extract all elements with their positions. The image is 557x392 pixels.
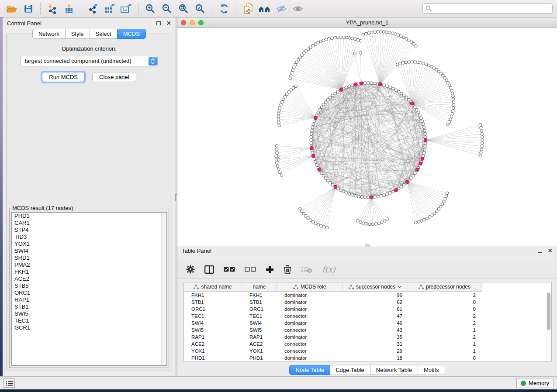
network-window-titlebar[interactable]: YPA_prune.txt_1: [177, 17, 557, 28]
function-builder-icon[interactable]: f(x): [322, 265, 336, 274]
result-node[interactable]: PHD1: [12, 213, 166, 220]
result-node[interactable]: TID3: [12, 234, 166, 241]
table-cell: SWI4: [242, 320, 277, 327]
control-panel-tabs: NetworkStyleSelectMCDS: [3, 29, 176, 39]
table-body: FKH1FKH1dominator962STB1STB1dominator620…: [184, 292, 551, 361]
column-header-predecessor-nodes[interactable]: predecessor nodes: [408, 282, 481, 291]
import-table-icon[interactable]: [62, 2, 76, 15]
run-mcds-button[interactable]: Run MCDS: [42, 72, 85, 82]
result-node[interactable]: ORC1: [12, 289, 166, 296]
tab-network-table[interactable]: Network Table: [370, 365, 418, 375]
table-row[interactable]: ACE2ACE2connector311: [184, 340, 551, 347]
memory-button[interactable]: Memory: [516, 378, 554, 388]
table-row[interactable]: STB1STB1dominator620: [184, 299, 551, 306]
close-table-panel-icon[interactable]: ✕: [547, 248, 553, 254]
delete-table-icon[interactable]: [301, 266, 312, 273]
column-header-name[interactable]: name: [242, 282, 277, 291]
table-cell: 29: [343, 347, 408, 354]
import-network-icon[interactable]: [45, 2, 60, 15]
table-row[interactable]: ORC1ORC1dominator610: [184, 306, 551, 313]
result-node[interactable]: SWI5: [12, 310, 166, 317]
memory-status-icon: [521, 381, 526, 386]
refresh-view-icon[interactable]: [217, 2, 232, 15]
table-cell: 2: [408, 313, 481, 320]
zoom-selected-icon[interactable]: [193, 2, 208, 15]
result-node[interactable]: TEC1: [12, 317, 166, 324]
result-node[interactable]: PMA2: [12, 261, 166, 268]
tab-select[interactable]: Select: [90, 29, 118, 39]
float-panel-icon[interactable]: [156, 21, 161, 25]
result-node[interactable]: YOX1: [12, 241, 166, 248]
table-cell: 31: [343, 340, 408, 347]
result-node[interactable]: STB5: [12, 282, 166, 289]
table-row[interactable]: SWI4SWI4dominator462: [184, 320, 551, 327]
table-row[interactable]: FKH1FKH1dominator962: [184, 292, 551, 299]
export-image-icon[interactable]: [119, 2, 134, 15]
add-column-icon[interactable]: [266, 265, 274, 274]
table-row[interactable]: RAP1RAP1dominator352: [184, 334, 551, 340]
mcds-result-group: MCDS result (17 nodes) PHD1CAR1STP4TID3Y…: [9, 205, 169, 368]
column-header-MCDS-role[interactable]: MCDS role: [277, 282, 343, 291]
save-session-icon[interactable]: [21, 2, 36, 15]
float-table-panel-icon[interactable]: [538, 249, 542, 253]
table-scrollbar-thumb[interactable]: [547, 293, 550, 330]
result-node[interactable]: GCR1: [12, 324, 166, 331]
result-node[interactable]: CAR1: [12, 220, 166, 227]
deselect-all-icon[interactable]: [245, 267, 256, 272]
tab-mcds[interactable]: MCDS: [117, 29, 146, 39]
tab-node-table[interactable]: Node Table: [289, 365, 330, 375]
criterion-select[interactable]: largest connected component (undirected): [21, 56, 158, 66]
table-cell: RAP1: [242, 334, 277, 340]
table-settings-icon[interactable]: [186, 265, 195, 274]
show-all-icon[interactable]: [291, 2, 305, 15]
select-all-icon[interactable]: [224, 267, 235, 272]
table-cell: 2: [408, 292, 481, 299]
export-network-icon[interactable]: [86, 2, 100, 15]
table-row[interactable]: SWI5SWI5connector431: [184, 327, 551, 334]
tab-edge-table[interactable]: Edge Table: [330, 365, 370, 375]
toolbar-separator: [40, 3, 41, 14]
result-list-scrollbar[interactable]: [161, 213, 166, 365]
open-file-icon[interactable]: [4, 2, 19, 15]
table-row[interactable]: TEC1TEC1connector472: [184, 313, 551, 320]
minimize-window-icon[interactable]: [190, 20, 195, 25]
duplicate-network-icon[interactable]: [241, 2, 256, 15]
search-input[interactable]: [422, 3, 553, 14]
result-node[interactable]: STP4: [12, 227, 166, 234]
result-node[interactable]: RAP1: [12, 296, 166, 303]
task-history-icon[interactable]: [3, 378, 15, 388]
zoom-fit-icon[interactable]: [176, 2, 191, 15]
maximize-window-icon[interactable]: [198, 20, 204, 25]
table-cell: ACE2: [184, 340, 242, 347]
column-header-shared-name[interactable]: shared name: [184, 282, 242, 291]
result-node[interactable]: STB1: [12, 303, 166, 310]
result-node[interactable]: ACE2: [12, 275, 166, 282]
table-row[interactable]: YOX1YOX1connector291: [184, 347, 551, 354]
table-cell: connector: [277, 313, 343, 320]
hide-selected-icon[interactable]: [274, 2, 289, 15]
tab-network[interactable]: Network: [32, 29, 66, 39]
zoom-in-icon[interactable]: [143, 2, 158, 15]
result-node[interactable]: SWI4: [12, 248, 166, 254]
table-cell: STB1: [184, 299, 242, 306]
horizontal-splitter-handle[interactable]: [365, 244, 370, 247]
toggle-panels-icon[interactable]: [204, 265, 214, 274]
tab-motifs[interactable]: Motifs: [418, 365, 445, 375]
select-stepper-icon: [149, 57, 157, 65]
close-panel-button[interactable]: Close panel: [92, 72, 136, 82]
close-panel-icon[interactable]: ✕: [166, 20, 171, 26]
result-node[interactable]: FKH1: [12, 268, 166, 275]
network-canvas[interactable]: [177, 28, 557, 246]
result-node[interactable]: SRD1: [12, 254, 166, 261]
close-window-icon[interactable]: [181, 20, 186, 25]
table-row[interactable]: PHD1PHD1dominator180: [184, 354, 551, 361]
table-scrollbar[interactable]: [546, 292, 551, 361]
delete-column-icon[interactable]: [284, 265, 291, 274]
tab-style[interactable]: Style: [65, 29, 90, 39]
export-table-icon[interactable]: [102, 2, 117, 15]
mcds-result-list[interactable]: PHD1CAR1STP4TID3YOX1SWI4SRD1PMA2FKH1ACE2…: [11, 212, 167, 366]
zoom-out-icon[interactable]: [159, 2, 174, 15]
column-header-successor-nodes[interactable]: successor nodes: [343, 282, 408, 291]
first-neighbors-icon[interactable]: [257, 2, 272, 15]
network-graph[interactable]: [177, 28, 557, 244]
